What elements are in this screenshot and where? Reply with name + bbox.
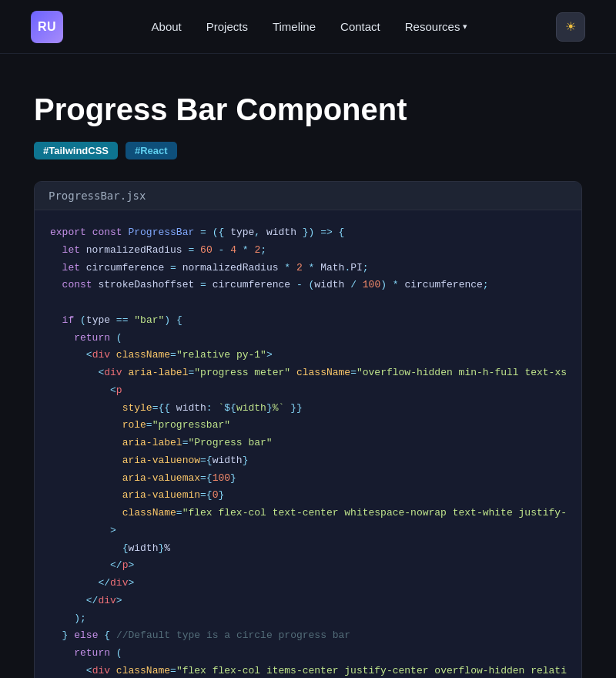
tag-list: #TailwindCSS #React <box>34 142 582 159</box>
nav-resources-label: Resources <box>405 20 460 33</box>
code-block: ProgressBar.jsx export const ProgressBar… <box>34 181 582 678</box>
nav-about[interactable]: About <box>152 20 182 33</box>
theme-toggle-button[interactable]: ☀ <box>556 12 585 42</box>
nav-resources[interactable]: Resources ▾ <box>405 20 468 33</box>
code-filename: ProgressBar.jsx <box>35 182 581 210</box>
code-content: export const ProgressBar = ({ type, widt… <box>50 224 566 678</box>
sun-icon: ☀ <box>565 19 576 34</box>
code-body: export const ProgressBar = ({ type, widt… <box>35 210 581 678</box>
nav-logo[interactable]: RU <box>31 11 63 43</box>
navbar: RU About Projects Timeline Contact Resou… <box>0 0 616 54</box>
nav-links: About Projects Timeline Contact Resource… <box>152 20 468 33</box>
nav-projects[interactable]: Projects <box>206 20 248 33</box>
nav-timeline[interactable]: Timeline <box>273 20 316 33</box>
main-content: Progress Bar Component #TailwindCSS #Rea… <box>0 54 616 678</box>
page-title: Progress Bar Component <box>34 91 582 128</box>
chevron-down-icon: ▾ <box>463 22 467 32</box>
tag-react[interactable]: #React <box>126 142 177 159</box>
tag-tailwindcss[interactable]: #TailwindCSS <box>34 142 118 159</box>
nav-contact[interactable]: Contact <box>340 20 380 33</box>
